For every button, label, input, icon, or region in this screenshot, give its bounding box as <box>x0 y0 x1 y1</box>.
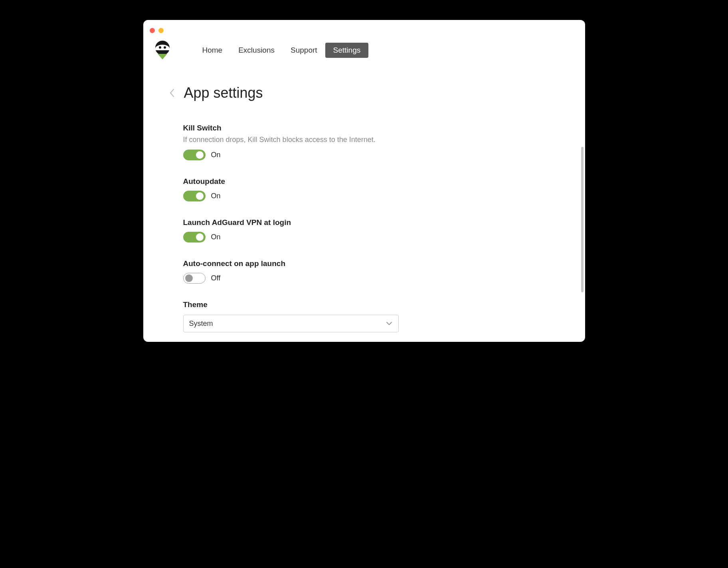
toggle-knob <box>196 192 204 200</box>
setting-title: Auto-connect on app launch <box>183 259 549 268</box>
toggle-state-label: On <box>211 151 221 159</box>
setting-description: If connection drops, Kill Switch blocks … <box>183 136 549 144</box>
toggle-state-label: Off <box>211 274 221 282</box>
autoupdate-toggle[interactable] <box>183 191 206 201</box>
setting-autoupdate: Autoupdate On <box>183 177 549 201</box>
toggle-row: On <box>183 191 549 201</box>
toggle-row: On <box>183 232 549 243</box>
launch-at-login-toggle[interactable] <box>183 232 206 243</box>
page-title: App settings <box>184 85 263 101</box>
content: App settings Kill Switch If connection d… <box>143 63 585 340</box>
scrollbar[interactable] <box>581 147 584 292</box>
toggle-knob <box>196 151 204 159</box>
nav-settings[interactable]: Settings <box>325 43 369 58</box>
main-nav: Home Exclusions Support Settings <box>194 43 369 58</box>
toggle-row: On <box>183 150 549 160</box>
chevron-down-icon <box>386 320 393 327</box>
setting-title: Theme <box>183 300 549 309</box>
setting-title: Autoupdate <box>183 177 549 186</box>
page-header: App settings <box>166 85 549 101</box>
nav-home[interactable]: Home <box>194 43 231 58</box>
app-logo-icon <box>154 41 170 60</box>
toggle-state-label: On <box>211 233 221 241</box>
theme-select[interactable]: System <box>183 315 399 332</box>
setting-launch-at-login: Launch AdGuard VPN at login On <box>183 218 549 243</box>
header: Home Exclusions Support Settings <box>143 41 585 63</box>
theme-select-value: System <box>189 320 213 328</box>
content-scroll[interactable]: App settings Kill Switch If connection d… <box>143 63 585 342</box>
toggle-state-label: On <box>211 192 221 200</box>
settings-list: Kill Switch If connection drops, Kill Sw… <box>166 124 549 332</box>
back-button[interactable] <box>168 89 176 97</box>
chevron-left-icon <box>169 89 175 97</box>
auto-connect-toggle[interactable] <box>183 273 206 284</box>
toggle-knob <box>185 274 193 282</box>
minimize-window-button[interactable] <box>158 28 164 33</box>
window-controls <box>150 28 164 33</box>
setting-title: Launch AdGuard VPN at login <box>183 218 549 227</box>
app-window: Home Exclusions Support Settings App set… <box>143 20 585 342</box>
setting-kill-switch: Kill Switch If connection drops, Kill Sw… <box>183 124 549 160</box>
nav-support[interactable]: Support <box>283 43 325 58</box>
close-window-button[interactable] <box>150 28 155 33</box>
nav-exclusions[interactable]: Exclusions <box>230 43 283 58</box>
setting-auto-connect: Auto-connect on app launch Off <box>183 259 549 284</box>
toggle-knob <box>196 233 204 241</box>
toggle-row: Off <box>183 273 549 284</box>
setting-theme: Theme System <box>183 300 549 332</box>
setting-title: Kill Switch <box>183 124 549 132</box>
titlebar <box>143 20 585 41</box>
kill-switch-toggle[interactable] <box>183 150 206 160</box>
